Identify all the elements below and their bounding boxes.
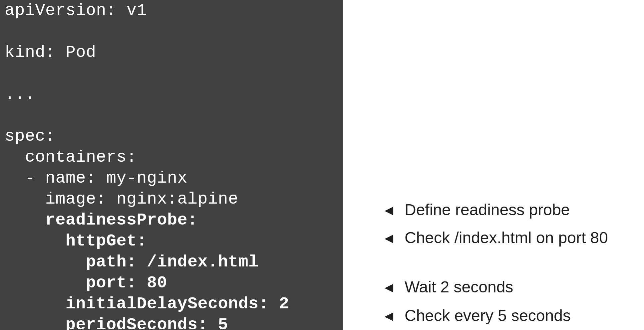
code-line: readinessProbe: <box>5 211 198 230</box>
code-line: initialDelaySeconds: 2 <box>5 294 289 313</box>
code-line: containers: <box>5 148 137 167</box>
code-line: - name: my-nginx <box>5 169 187 188</box>
code-line: apiVersion: v1 <box>5 1 147 20</box>
code-line: port: 80 <box>5 273 167 292</box>
code-line: ... <box>5 85 35 104</box>
triangle-left-icon: ◀ <box>385 232 393 244</box>
annotations-panel: ◀ Define readiness probe ◀ Check /index.… <box>343 0 644 330</box>
code-line: kind: Pod <box>5 43 96 62</box>
code-line: path: /index.html <box>5 252 259 271</box>
code-panel: apiVersion: v1 kind: Pod ... spec: conta… <box>0 0 343 330</box>
triangle-left-icon: ◀ <box>385 204 393 216</box>
code-line: httpGet: <box>5 232 147 250</box>
annotation-text: Define readiness probe <box>405 200 570 220</box>
annotation-wait: ◀ Wait 2 seconds <box>385 277 513 297</box>
code-line: image: nginx:alpine <box>5 190 238 209</box>
annotation-text: Check /index.html on port 80 <box>405 228 608 248</box>
triangle-left-icon: ◀ <box>385 281 393 293</box>
annotation-text: Check every 5 seconds <box>405 306 571 325</box>
code-line: periodSeconds: 5 <box>5 315 228 330</box>
annotation-readiness-probe: ◀ Define readiness probe <box>385 200 570 220</box>
annotation-text: Wait 2 seconds <box>405 277 513 297</box>
triangle-left-icon: ◀ <box>385 310 393 321</box>
code-line: spec: <box>5 127 56 146</box>
annotation-period: ◀ Check every 5 seconds <box>385 306 571 325</box>
annotation-check-path: ◀ Check /index.html on port 80 <box>385 228 608 248</box>
